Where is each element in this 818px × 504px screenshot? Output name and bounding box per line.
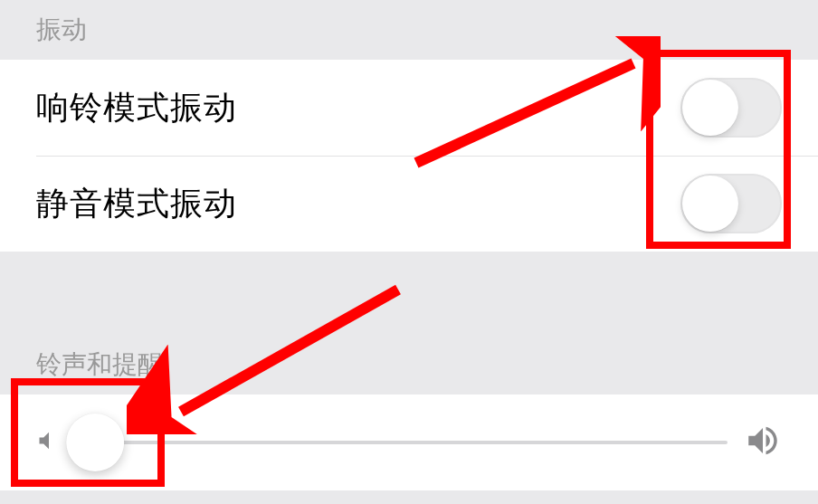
switch-knob (682, 80, 738, 136)
spacer (0, 252, 818, 335)
switch-knob (682, 176, 738, 232)
row-vibrate-on-ring: 响铃模式振动 (0, 60, 818, 156)
speaker-low-icon (36, 428, 62, 457)
section-header-ringtone: 铃声和提醒 (0, 335, 818, 395)
ringer-volume-row (0, 395, 818, 490)
speaker-high-icon (744, 422, 782, 463)
switch-vibrate-on-silent[interactable] (680, 174, 782, 233)
slider-track (78, 441, 728, 444)
ringer-volume-slider[interactable] (78, 441, 728, 444)
vibration-list-group: 响铃模式振动 静音模式振动 (0, 60, 818, 252)
row-label: 静音模式振动 (36, 182, 237, 226)
switch-vibrate-on-ring[interactable] (680, 78, 782, 138)
section-header-vibration: 振动 (0, 0, 818, 60)
row-label: 响铃模式振动 (36, 86, 237, 130)
row-vibrate-on-silent: 静音模式振动 (0, 156, 818, 252)
slider-thumb (66, 414, 124, 471)
